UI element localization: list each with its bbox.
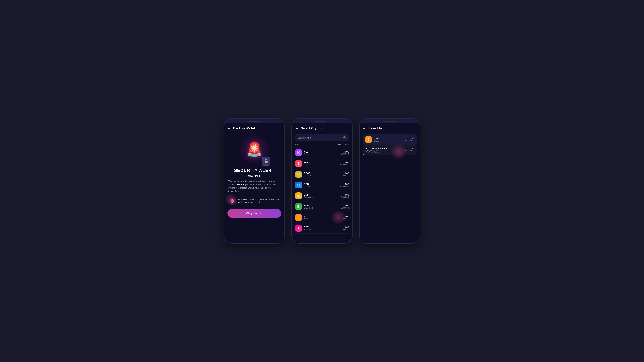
crypto-amount-klv: 0.00 [340,150,349,153]
crypto-left-bch: B BCH BitcoinCash [295,203,313,210]
crypto-icon-klv: K [295,149,302,156]
crypto-usd-bch: = 0.00 USD [340,207,349,209]
crypto-usd-bnb: = 0.00 USD [340,196,349,198]
crypto-value-trx: 0.00 = 0.00 USD [340,161,349,166]
crypto-fullname-klv: Klever [304,153,309,155]
search-bar[interactable]: Search crypto 🔍 [295,134,349,141]
screen2-title: Select Crypto [301,126,322,130]
screen3-back-button[interactable]: ← [363,126,366,130]
account-sub-usd: = 0.00 USD [405,150,414,152]
account-group-header-btc[interactable]: ₿ BTC Bitcoin 0.00 = 0.00 USD [363,134,416,145]
sort-fiat[interactable]: Fiat Value ⇅ [338,143,349,146]
crypto-item-btc[interactable]: ₿ BTC Bitcoin 0.00 = 0.00 USD [295,212,349,223]
account-sub-name: BTC - Main Account [366,147,387,150]
crypto-left-bnb: B BNB BinanceCoin [295,192,314,199]
crypto-info-bnb: BNB BinanceCoin [304,194,314,198]
crypto-item-klv[interactable]: K KLV Klever 0.00 = 0.00 USD [295,147,349,158]
shield-badge: 🔒 [262,157,270,166]
screen1-title: Backup Wallet [233,126,255,130]
phone-backup-wallet: ← Backup Wallet 🚨 🔒 SECURITY ALERT Stay … [224,118,285,244]
crypto-name-bnb: BNB [304,194,314,196]
crypto-icon-bch: B [295,203,302,210]
crypto-left-trx: T TRX Tron [295,160,308,167]
crypto-usd-btc: = 0.00 USD [340,218,349,220]
crypto-usd-dgb: = 0.00 USD [340,185,349,187]
back-button[interactable]: ← [228,126,231,130]
crypto-fullname-bch: BitcoinCash [304,207,313,209]
checkbox-row[interactable]: I understand that if I share this inform… [224,195,284,207]
account-sub-addr: bc1qnh8...pmsfvgw [366,152,387,153]
crypto-amount-dot: 0.00 [340,226,349,228]
crypto-fullname-bnb: BinanceCoin [304,196,314,198]
crypto-info-btc: BTC Bitcoin [304,215,309,220]
crypto-value-btc: 0.00 = 0.00 USD [340,215,349,220]
crypto-left-klv: K KLV Klever [295,149,309,156]
checkbox-circle[interactable] [228,197,236,205]
crypto-usd-klv: = 0.00 USD [340,153,349,155]
crypto-list: K KLV Klever 0.00 = 0.00 USD T TRX Tron [292,147,352,243]
crypto-amount-dgb: 0.00 [340,183,349,185]
account-value-right: 0.00 = 0.00 USD [405,137,414,142]
crypto-item-dot[interactable]: ● DOT Polkadot 0.00 = 0.00 USD [295,223,349,234]
crypto-name-trx: TRX [304,161,308,164]
crypto-icon-dot: ● [295,225,302,232]
crypto-item-bch[interactable]: B BCH BitcoinCash 0.00 = 0.00 USD [295,201,349,212]
crypto-name-dot: DOT [304,226,311,228]
crypto-amount-bch: 0.00 [340,204,349,207]
notch-pill-2 [315,121,326,122]
crypto-value-dot: 0.00 = 0.00 USD [340,226,349,230]
screen1-header: ← Backup Wallet [224,123,284,132]
account-group-btc: ₿ BTC Bitcoin 0.00 = 0.00 USD [363,134,416,155]
account-sub-item-main[interactable]: BTC - Main Account @btc_main_account bc1… [363,145,416,155]
account-sub-amount: 0.00 [405,147,414,150]
account-sub-top: BTC - Main Account @btc_main_account bc1… [366,147,414,153]
crypto-fullname-dot: Polkadot [304,228,311,230]
crypto-name-dgb: DGB [304,183,310,185]
crypto-left-doge: D DOGE Dogecoin [295,171,311,178]
crypto-item-dgb[interactable]: D DGB DigiByte 0.00 = 0.00 USD [295,180,349,190]
notch-bar [224,119,284,123]
crypto-info-bch: BCH BitcoinCash [304,204,313,209]
screen3-header: ← Select Account [360,123,420,132]
alert-title: SECURITY ALERT [224,166,284,174]
crypto-info-dot: DOT Polkadot [304,226,311,230]
notch-bar-3 [360,119,420,123]
screen2-back-button[interactable]: ← [295,126,298,130]
crypto-item-trx[interactable]: T TRX Tron 0.00 = 0.00 USD [295,158,349,169]
crypto-value-bnb: 0.00 = 0.00 USD [340,194,349,198]
crypto-icon-trx: T [295,160,302,167]
phone-select-account: ← Select Account ₿ BTC Bitcoin 0.00 = 0.… [359,118,420,244]
ok-button[interactable]: Okay, I got it! [228,209,281,218]
search-placeholder: Search crypto [298,136,342,139]
alert-body-bold: NEVER [237,183,244,186]
notch-bar-2 [292,119,352,123]
sort-az[interactable]: A/Z ⇅ [295,143,300,146]
crypto-item-bnb[interactable]: B BNB BinanceCoin 0.00 = 0.00 USD [295,190,349,201]
notch-pill-3 [382,121,394,122]
account-fullname: Bitcoin [374,140,379,142]
screen-select-crypto: ← Select Crypto Search crypto 🔍 A/Z ⇅ Fi… [292,123,352,243]
sort-row: A/Z ⇅ Fiat Value ⇅ [292,143,352,147]
crypto-fullname-dgb: DigiByte [304,185,310,187]
crypto-left-dot: ● DOT Polkadot [295,225,311,232]
crypto-usd-doge: = 0.00 USD [340,175,349,176]
crypto-name-doge: DOGE [304,172,311,175]
crypto-name-klv: KLV [304,150,309,153]
phone-select-crypto: ← Select Crypto Search crypto 🔍 A/Z ⇅ Fi… [292,118,352,244]
account-sub-info: BTC - Main Account @btc_main_account bc1… [366,147,387,153]
crypto-item-doge[interactable]: D DOGE Dogecoin 0.00 = 0.00 USD [295,169,349,180]
crypto-icon-dgb: D [295,182,302,188]
btc-icon: ₿ [365,136,372,143]
crypto-value-doge: 0.00 = 0.00 USD [340,172,349,176]
notch-dot [260,121,262,122]
account-sub-value: 0.00 = 0.00 USD [405,147,414,152]
crypto-usd-trx: = 0.00 USD [340,164,349,166]
crypto-icon-bnb: B [295,192,302,199]
crypto-info-klv: KLV Klever [304,150,309,155]
notch-pill [247,121,258,122]
crypto-amount-btc: 0.00 [340,215,349,218]
alert-image-area: 🚨 🔒 [224,132,284,166]
alert-circle-bg: 🚨 🔒 [240,135,269,164]
crypto-name-btc: BTC [304,215,309,218]
screen-backup-wallet: ← Backup Wallet 🚨 🔒 SECURITY ALERT Stay … [224,123,284,243]
